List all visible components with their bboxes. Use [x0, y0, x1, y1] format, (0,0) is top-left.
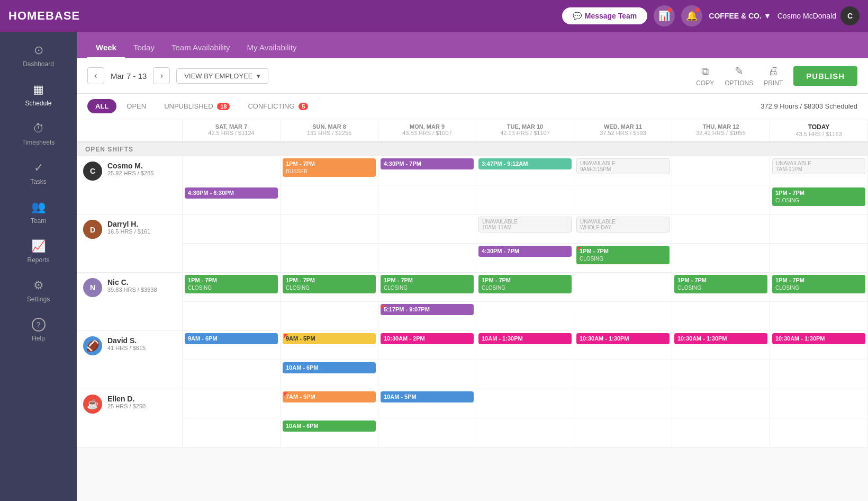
message-team-button[interactable]: 💬 Message Team: [562, 7, 648, 24]
schedule-icon: ▦: [33, 83, 44, 96]
david-wed-r1[interactable]: 10:30AM - 1:30PM: [574, 331, 672, 360]
shift-block[interactable]: 4:30PM - 7PM: [478, 246, 572, 257]
ellen-fri-r2: [770, 418, 868, 448]
cosmo-thu-r1: [672, 156, 770, 185]
shift-block[interactable]: 10:30AM - 1:30PM: [772, 333, 865, 344]
shift-block[interactable]: 1PM - 7PMCLOSING: [674, 275, 767, 293]
notifications-button[interactable]: 🔔: [681, 5, 702, 26]
filter-tab-open[interactable]: OPEN: [119, 99, 154, 113]
pencil-icon: ✎: [735, 65, 744, 77]
shift-block[interactable]: 1PM - 7PMCLOSING: [185, 275, 278, 293]
filter-tabs: ALL OPEN UNPUBLISHED 18 CONFLICTING 5: [87, 99, 316, 113]
cosmo-fri-r2[interactable]: 1PM - 7PMCLOSING: [770, 185, 868, 214]
employee-cosmo: C Cosmo M. 25.92 HRS / $285: [77, 156, 183, 214]
shift-block[interactable]: 10AM - 6PM: [283, 421, 376, 432]
sidebar-item-tasks[interactable]: ✓ Tasks: [0, 154, 77, 193]
david-sun-r1[interactable]: 9AM - 5PM: [281, 331, 378, 360]
publish-button[interactable]: PUBLISH: [793, 66, 857, 86]
shift-block[interactable]: 10:30AM - 1:30PM: [674, 333, 767, 344]
copy-icon: ⧉: [701, 65, 709, 77]
cosmo-sun-r2: [281, 185, 378, 214]
filter-tab-all[interactable]: ALL: [87, 99, 116, 113]
shift-block[interactable]: 7AM - 5PM: [283, 391, 376, 402]
sidebar-item-settings[interactable]: ⚙ Settings: [0, 271, 77, 310]
shift-block[interactable]: 10:30AM - 2PM: [381, 333, 474, 344]
shift-block[interactable]: 1PM - 7PMCLOSING: [478, 275, 572, 293]
shift-block[interactable]: 1PM - 7PMCLOSING: [283, 275, 376, 293]
employee-nic: N Nic C. 39.83 HRS / $3638: [77, 273, 183, 331]
nic-fri-r1[interactable]: 1PM - 7PMCLOSING: [770, 273, 868, 302]
options-button[interactable]: ✎ OPTIONS: [725, 65, 753, 87]
ellen-sun-r2[interactable]: 10AM - 6PM: [281, 418, 378, 448]
nic-mon-r1[interactable]: 1PM - 7PMCLOSING: [378, 273, 476, 302]
copy-button[interactable]: ⧉ COPY: [696, 65, 714, 87]
analytics-icon-button[interactable]: 📊: [654, 5, 675, 26]
nic-thu-r1[interactable]: 1PM - 7PMCLOSING: [672, 273, 770, 302]
tab-team-availability[interactable]: Team Availability: [163, 38, 239, 59]
sidebar-item-timesheets[interactable]: ⏱ Timesheets: [0, 114, 77, 154]
nic-tue-r1[interactable]: 1PM - 7PMCLOSING: [476, 273, 574, 302]
nic-sat-r1[interactable]: 1PM - 7PMCLOSING: [183, 273, 281, 302]
next-week-button[interactable]: ›: [153, 67, 170, 84]
view-selector[interactable]: VIEW BY EMPLOYEE ▾: [176, 68, 268, 84]
cosmo-tue-r1[interactable]: 3:47PM - 9:12AM: [476, 156, 574, 185]
print-button[interactable]: 🖨 PRINT: [764, 65, 783, 87]
nic-sun-r1[interactable]: 1PM - 7PMCLOSING: [281, 273, 378, 302]
david-sun-r2[interactable]: 10AM - 6PM: [281, 360, 378, 389]
ellen-mon-r1[interactable]: 10AM - 5PM: [378, 389, 476, 418]
sidebar-item-dashboard[interactable]: ⊙ Dashboard: [0, 36, 77, 75]
david-fri-r1[interactable]: 10:30AM - 1:30PM: [770, 331, 868, 360]
prev-week-button[interactable]: ‹: [87, 67, 104, 84]
filter-tab-unpublished[interactable]: UNPUBLISHED 18: [156, 99, 238, 113]
shift-block[interactable]: 10AM - 6PM: [283, 362, 376, 373]
cosmo-sat-r2[interactable]: 4:30PM - 6:30PM: [183, 185, 281, 214]
sidebar-item-help[interactable]: ? Help: [0, 310, 77, 350]
darryl-wed-r2[interactable]: 1PM - 7PMCLOSING: [574, 244, 672, 273]
shift-block[interactable]: 1PM - 7PMCLOSING: [772, 275, 865, 293]
darryl-tue-r2[interactable]: 4:30PM - 7PM: [476, 244, 574, 273]
david-sat-r1[interactable]: 9AM - 6PM: [183, 331, 281, 360]
shift-block[interactable]: 4:30PM - 7PM: [381, 158, 474, 169]
main-content: Week Today Team Availability My Availabi…: [77, 32, 868, 501]
tab-today[interactable]: Today: [125, 38, 163, 59]
david-thu-r1[interactable]: 10:30AM - 1:30PM: [672, 331, 770, 360]
tasks-icon: ✓: [34, 161, 43, 175]
darryl-wed-r1: UNAVAILABLEWHOLE DAY: [574, 214, 672, 244]
emp-avatar-cosmo: C: [83, 162, 102, 181]
nic-mon-r2[interactable]: 5:17PM - 9:07PM: [378, 302, 476, 331]
shift-block[interactable]: 9AM - 5PM: [283, 333, 376, 344]
shift-block[interactable]: 9AM - 6PM: [185, 333, 278, 344]
sidebar-item-schedule[interactable]: ▦ Schedule: [0, 75, 77, 114]
logo: HOMEBASE: [8, 9, 80, 23]
unavailable-block: UNAVAILABLE7AM-11PM: [772, 158, 865, 174]
ellen-sat-r1: [183, 389, 281, 418]
shift-block[interactable]: 1PM - 7PMCLOSING: [772, 187, 865, 206]
tab-week[interactable]: Week: [87, 38, 125, 59]
shift-block[interactable]: 10AM - 1:30PM: [478, 333, 572, 344]
shift-block[interactable]: 10AM - 5PM: [381, 391, 474, 402]
tab-my-availability[interactable]: My Availability: [239, 38, 305, 59]
cosmo-mon-r1[interactable]: 4:30PM - 7PM: [378, 156, 476, 185]
nic-sat-r2: [183, 302, 281, 331]
shift-block[interactable]: 10:30AM - 1:30PM: [576, 333, 670, 344]
company-selector[interactable]: COFFEE & CO. ▼: [709, 12, 771, 20]
david-mon-r1[interactable]: 10:30AM - 2PM: [378, 331, 476, 360]
filter-tab-conflicting[interactable]: CONFLICTING 5: [240, 99, 316, 113]
sidebar-item-reports[interactable]: 📈 Reports: [0, 232, 77, 271]
david-tue-r1[interactable]: 10AM - 1:30PM: [476, 331, 574, 360]
shift-block[interactable]: 1PM - 7PMCLOSING: [576, 246, 670, 264]
team-icon: 👥: [31, 200, 46, 214]
unavailable-block: UNAVAILABLE9AM-3:15PM: [576, 158, 670, 174]
sidebar: ⊙ Dashboard ▦ Schedule ⏱ Timesheets ✓ Ta…: [0, 32, 77, 501]
schedule-container[interactable]: SAT, MAR 7 42.5 HRS / $1124 SUN, MAR 8 1…: [77, 119, 868, 501]
cosmo-sun-r1[interactable]: 1PM - 7PMBUSSER: [281, 156, 378, 185]
ellen-sun-r1[interactable]: 7AM - 5PM: [281, 389, 378, 418]
employee-david: 🏈 David S. 41 HRS / $615: [77, 331, 183, 389]
col-header-today: TODAY 43.5 HRS / $1163: [770, 119, 868, 142]
shift-block[interactable]: 5:17PM - 9:07PM: [381, 304, 474, 315]
shift-block[interactable]: 1PM - 7PMCLOSING: [381, 275, 474, 293]
shift-block[interactable]: 3:47PM - 9:12AM: [478, 158, 572, 169]
sidebar-item-team[interactable]: 👥 Team: [0, 193, 77, 232]
shift-block[interactable]: 4:30PM - 6:30PM: [185, 187, 278, 199]
shift-block[interactable]: 1PM - 7PMBUSSER: [283, 158, 376, 177]
